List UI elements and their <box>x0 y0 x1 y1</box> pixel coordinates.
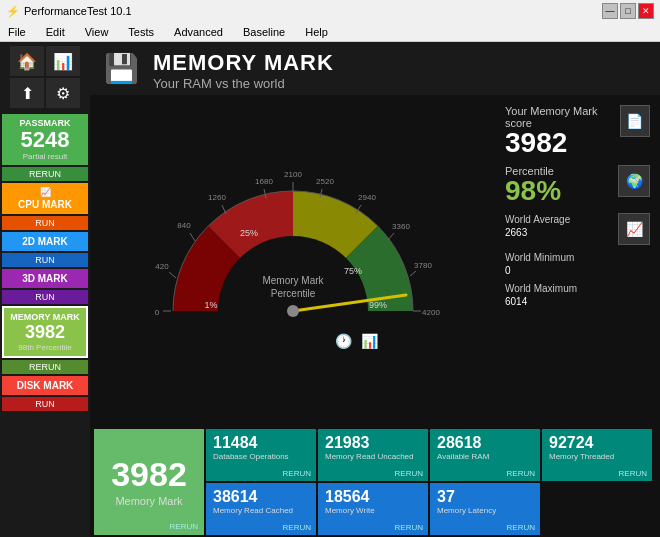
page-subtitle: Your RAM vs the world <box>153 76 334 91</box>
memory-rerun-button[interactable]: RERUN <box>2 360 88 374</box>
app-icon: ⚡ <box>6 5 20 18</box>
svg-text:1680: 1680 <box>255 177 273 186</box>
menu-help[interactable]: Help <box>301 26 332 38</box>
ram-score: 28618 <box>437 434 533 452</box>
svg-text:25%: 25% <box>239 228 257 238</box>
result-read-cached: 38614 Memory Read Cached RERUN <box>206 483 316 535</box>
maximize-button[interactable]: □ <box>620 3 636 19</box>
content-area: 💾 MEMORY MARK Your RAM vs the world <box>90 42 660 537</box>
memory-label: MEMORY MARK <box>10 312 80 322</box>
memory-score: 3982 <box>10 322 80 343</box>
export-button[interactable]: 📄 <box>620 105 650 137</box>
cpu-label: CPU MARK <box>8 199 82 210</box>
threed-label: 3D MARK <box>8 273 82 284</box>
world-max-label: World Maximum <box>505 282 650 296</box>
db-score: 11484 <box>213 434 309 452</box>
page-title: MEMORY MARK <box>153 50 334 76</box>
close-button[interactable]: ✕ <box>638 3 654 19</box>
passmark-sub: Partial result <box>8 152 82 161</box>
chart-icon[interactable]: 📊 <box>46 46 80 76</box>
gauge-area: 0 420 840 1260 1680 <box>90 95 495 427</box>
settings-icon[interactable]: ⚙ <box>46 78 80 108</box>
menu-edit[interactable]: Edit <box>42 26 69 38</box>
rc-score: 38614 <box>213 488 309 506</box>
rc-rerun[interactable]: RERUN <box>283 523 311 532</box>
world-max-value: 6014 <box>505 296 650 307</box>
upload-icon[interactable]: ⬆ <box>10 78 44 108</box>
ml-rerun[interactable]: RERUN <box>507 523 535 532</box>
svg-text:99%: 99% <box>368 300 386 310</box>
world-avg-label: World Average <box>505 213 570 227</box>
result-database: 11484 Database Operations RERUN <box>206 429 316 481</box>
mw-label: Memory Write <box>325 506 421 515</box>
ruc-label: Memory Read Uncached <box>325 452 421 461</box>
content-header: 💾 MEMORY MARK Your RAM vs the world <box>90 42 660 95</box>
menu-file[interactable]: File <box>4 26 30 38</box>
db-rerun[interactable]: RERUN <box>283 469 311 478</box>
svg-text:4200: 4200 <box>422 308 440 317</box>
title-bar: ⚡ PerformanceTest 10.1 — □ ✕ <box>0 0 660 22</box>
main-container: 🏠 📊 ⬆ ⚙ PASSMARK 5248 Partial result RER… <box>0 42 660 537</box>
result-threaded: 92724 Memory Threaded RERUN <box>542 429 652 481</box>
minimize-button[interactable]: — <box>602 3 618 19</box>
rc-label: Memory Read Cached <box>213 506 309 515</box>
menu-baseline[interactable]: Baseline <box>239 26 289 38</box>
svg-line-18 <box>388 233 394 240</box>
svg-text:3360: 3360 <box>392 222 410 231</box>
score-panel: Your Memory Mark score 3982 📄 Percentile… <box>495 95 660 427</box>
svg-text:840: 840 <box>177 221 191 230</box>
result-write: 18564 Memory Write RERUN <box>318 483 428 535</box>
passmark-section: PASSMARK 5248 Partial result <box>2 114 88 165</box>
sidebar: 🏠 📊 ⬆ ⚙ PASSMARK 5248 Partial result RER… <box>0 42 90 537</box>
menu-advanced[interactable]: Advanced <box>170 26 227 38</box>
memory-result-rerun[interactable]: RERUN <box>170 522 198 531</box>
svg-text:0: 0 <box>154 308 159 317</box>
mt-score: 92724 <box>549 434 645 452</box>
home-icon[interactable]: 🏠 <box>10 46 44 76</box>
menu-view[interactable]: View <box>81 26 113 38</box>
svg-text:2100: 2100 <box>284 170 302 179</box>
mw-score: 18564 <box>325 488 421 506</box>
world-avg-value: 2663 <box>505 227 570 238</box>
twod-label: 2D MARK <box>8 236 82 247</box>
mw-rerun[interactable]: RERUN <box>395 523 423 532</box>
db-label: Database Operations <box>213 452 309 461</box>
world-min-value: 0 <box>505 265 650 276</box>
compare-button[interactable]: 📈 <box>618 213 650 245</box>
cpu-section: 📈 CPU MARK <box>2 183 88 214</box>
svg-text:1%: 1% <box>204 300 217 310</box>
disk-run-button[interactable]: RUN <box>2 397 88 411</box>
memory-header-icon: 💾 <box>104 52 139 85</box>
cpu-run-button[interactable]: RUN <box>2 216 88 230</box>
threed-run-button[interactable]: RUN <box>2 290 88 304</box>
svg-line-4 <box>169 272 176 278</box>
score-label: Your Memory Mark score <box>505 105 620 129</box>
mt-rerun[interactable]: RERUN <box>619 469 647 478</box>
passmark-rerun-button[interactable]: RERUN <box>2 167 88 181</box>
svg-line-6 <box>190 233 195 241</box>
svg-point-29 <box>287 305 299 317</box>
svg-text:Memory Mark: Memory Mark <box>262 275 324 286</box>
ruc-rerun[interactable]: RERUN <box>395 469 423 478</box>
memory-result-score: 3982 <box>111 457 187 491</box>
svg-text:75%: 75% <box>343 266 361 276</box>
result-memory-large: 3982 Memory Mark RERUN <box>94 429 204 535</box>
gauge-container: 0 420 840 1260 1680 <box>143 156 443 366</box>
menu-tests[interactable]: Tests <box>124 26 158 38</box>
middle-section: 0 420 840 1260 1680 <box>90 95 660 427</box>
svg-line-20 <box>410 271 416 276</box>
menu-bar: File Edit View Tests Advanced Baseline H… <box>0 22 660 42</box>
twod-section: 2D MARK <box>2 232 88 251</box>
svg-text:📊: 📊 <box>360 333 378 350</box>
window-controls[interactable]: — □ ✕ <box>602 3 654 19</box>
svg-text:Percentile: Percentile <box>270 288 315 299</box>
svg-text:🕐: 🕐 <box>334 333 352 350</box>
ram-rerun[interactable]: RERUN <box>507 469 535 478</box>
memory-result-label: Memory Mark <box>115 495 182 507</box>
twod-run-button[interactable]: RUN <box>2 253 88 267</box>
mt-label: Memory Threaded <box>549 452 645 461</box>
threed-section: 3D MARK <box>2 269 88 288</box>
disk-section: DISK MARK <box>2 376 88 395</box>
world-button[interactable]: 🌍 <box>618 165 650 197</box>
svg-text:2520: 2520 <box>316 177 334 186</box>
